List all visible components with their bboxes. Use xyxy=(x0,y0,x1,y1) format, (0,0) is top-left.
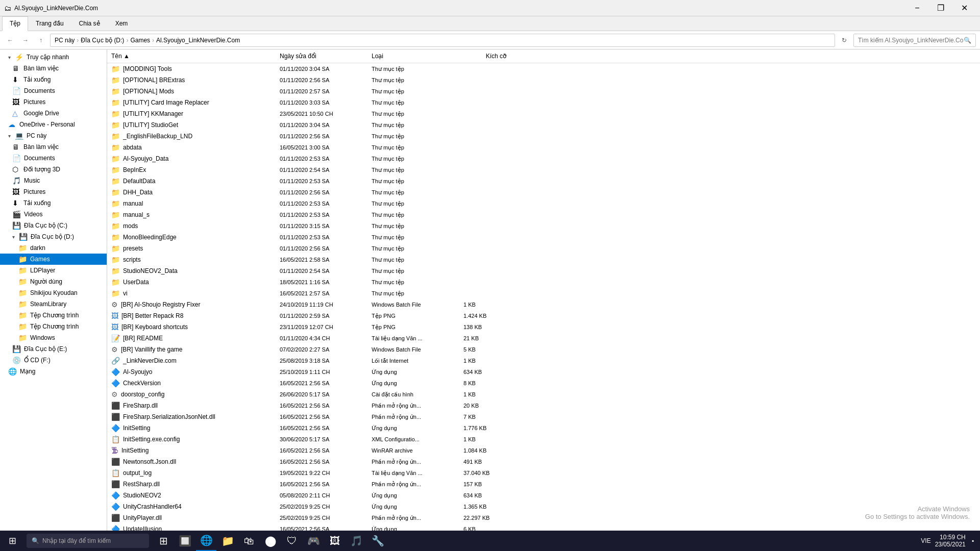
taskbar-apps2[interactable]: 🔲 xyxy=(175,531,195,551)
sidebar-item-darkn[interactable]: 📁 darkn xyxy=(0,242,107,254)
table-row[interactable]: 📁 DHH_Data 01/11/2020 2:56 SA Thư mục tệ… xyxy=(107,187,980,198)
taskbar-security[interactable]: 🛡 xyxy=(282,531,302,551)
sidebar-item-desktop2[interactable]: 🖥 Bàn làm việc xyxy=(0,141,107,153)
sidebar-item-documents[interactable]: 📄 Documents xyxy=(0,85,107,96)
sidebar-item-documents2[interactable]: 📄 Documents xyxy=(0,153,107,164)
sidebar-item-videos[interactable]: 🎬 Videos xyxy=(0,209,107,220)
table-row[interactable]: 📁 UserData 18/05/2021 1:16 SA Thư mục tệ… xyxy=(107,277,980,288)
table-row[interactable]: 📁 [UTILITY] Card Image Replacer 01/11/20… xyxy=(107,97,980,108)
sidebar-item-windows[interactable]: 📁 Windows xyxy=(0,332,107,343)
table-row[interactable]: 📁 manual_s 01/11/2020 2:53 SA Thư mục tệ… xyxy=(107,209,980,220)
table-row[interactable]: 📁 MonoBleedingEdge 01/11/2020 2:53 SA Th… xyxy=(107,232,980,243)
table-row[interactable]: 🔷 CheckVersion 16/05/2021 2:56 SA Ứng dụ… xyxy=(107,378,980,389)
taskbar-explorer[interactable]: 📁 xyxy=(217,531,238,551)
tab-home[interactable]: Trang đầu xyxy=(28,16,71,31)
sidebar-item-pictures[interactable]: 🖼 Pictures xyxy=(0,96,107,108)
table-row[interactable]: 📁 [UTILITY] StudioGet 01/11/2020 3:04 SA… xyxy=(107,119,980,131)
header-size[interactable]: Kích cỡ xyxy=(459,51,510,62)
up-button[interactable]: ↑ xyxy=(35,34,47,46)
sidebar-item-pictures2[interactable]: 🖼 Pictures xyxy=(0,186,107,197)
sidebar-item-onedrive[interactable]: ☁ OneDrive - Personal xyxy=(0,119,107,130)
sidebar-item-network[interactable]: 🌐 Mạng xyxy=(0,366,107,377)
sidebar-item-games[interactable]: 📁 Games xyxy=(0,254,107,265)
table-row[interactable]: ⬛ FireSharp.dll 16/05/2021 2:56 SA Phần … xyxy=(107,400,980,411)
table-row[interactable]: 📁 StudioNEOV2_Data 01/11/2020 2:54 SA Th… xyxy=(107,265,980,277)
taskbar-store[interactable]: 🛍 xyxy=(239,531,259,551)
sidebar-item-drive-c[interactable]: 💾 Đĩa Cục bộ (C:) xyxy=(0,220,107,231)
sidebar-item-desktop[interactable]: 🖥 Bàn làm việc xyxy=(0,63,107,74)
taskbar-chrome[interactable]: ⬤ xyxy=(260,531,281,551)
taskbar-edge[interactable]: 🌐 xyxy=(196,531,216,551)
sidebar-item-downloads[interactable]: ⬇ Tải xuống xyxy=(0,74,107,85)
taskbar-photos[interactable]: 🖼 xyxy=(325,531,345,551)
sidebar-item-program-files2[interactable]: 📁 Tệp Chương trình xyxy=(0,321,107,332)
sidebar-item-google-drive[interactable]: △ Google Drive xyxy=(0,108,107,119)
show-desktop-button[interactable]: ▪ xyxy=(970,537,974,544)
sidebar-item-this-pc[interactable]: ▾ 💻 PC này xyxy=(0,130,107,141)
table-row[interactable]: ⬛ UnityPlayer.dll 25/02/2019 9:25 CH Phầ… xyxy=(107,512,980,523)
sidebar-item-steamlibrary[interactable]: 📁 SteamLibrary xyxy=(0,298,107,310)
sidebar-item-program-files[interactable]: 📁 Tệp Chương trình xyxy=(0,310,107,321)
table-row[interactable]: 🖼 [BR] Better Repack R8 01/11/2020 2:59 … xyxy=(107,310,980,321)
sidebar-item-drive-d[interactable]: ▾ 💾 Đĩa Cục bộ (D:) xyxy=(0,231,107,242)
header-type[interactable]: Loại xyxy=(368,51,459,62)
header-date[interactable]: Ngày sửa đổi xyxy=(276,51,368,62)
table-row[interactable]: 📁 mods 01/11/2020 3:15 SA Thư mục tệp xyxy=(107,220,980,232)
table-row[interactable]: 📁 vi 16/05/2021 2:57 SA Thư mục tệp xyxy=(107,288,980,299)
table-row[interactable]: ⚙ [BR] Vanillify the game 07/02/2020 2:2… xyxy=(107,344,980,355)
taskbar-view[interactable]: ⊞ xyxy=(153,531,174,551)
search-input[interactable] xyxy=(858,37,964,44)
sidebar-item-drive-f[interactable]: 💿 Ổ CD (F:) xyxy=(0,355,107,366)
close-button[interactable]: ✕ xyxy=(952,0,976,16)
taskbar-media[interactable]: 🎵 xyxy=(346,531,366,551)
sidebar-item-quick-access[interactable]: ▾ ⚡ Truy cập nhanh xyxy=(0,52,107,63)
table-row[interactable]: 📁 Al-Syoujyo_Data 01/11/2020 2:53 SA Thư… xyxy=(107,153,980,164)
tab-view[interactable]: Xem xyxy=(108,16,136,31)
table-row[interactable]: ⬛ RestSharp.dll 16/05/2021 2:56 SA Phần … xyxy=(107,479,980,490)
table-row[interactable]: 🔷 Al-Syoujyo 25/10/2019 1:11 CH Ứng dụng… xyxy=(107,366,980,378)
table-row[interactable]: 🔷 StudioNEOV2 05/08/2020 2:11 CH Ứng dụn… xyxy=(107,490,980,501)
table-row[interactable]: 🔗 _LinkNeverDie.com 25/08/2019 3:18 SA L… xyxy=(107,355,980,366)
back-button[interactable]: ← xyxy=(4,34,16,46)
table-row[interactable]: ⬛ Newtonsoft.Json.dll 16/05/2021 2:56 SA… xyxy=(107,456,980,467)
forward-button[interactable]: → xyxy=(19,34,32,46)
table-row[interactable]: 📁 [MODDING] Tools 01/11/2020 3:04 SA Thư… xyxy=(107,63,980,74)
sidebar-item-ldplayer[interactable]: 📁 LDPlayer xyxy=(0,265,107,276)
table-row[interactable]: ⚙ doorstop_config 26/06/2020 5:17 SA Cài… xyxy=(107,389,980,400)
sidebar-item-shikijou[interactable]: 📁 Shikijou Kyoudan xyxy=(0,287,107,298)
table-row[interactable]: 🔷 UnityCrashHandler64 25/02/2019 9:25 CH… xyxy=(107,501,980,512)
table-row[interactable]: 🗜 InitSetting 16/05/2021 2:56 SA WinRAR … xyxy=(107,445,980,456)
table-row[interactable]: 📁 presets 01/11/2020 2:56 SA Thư mục tệp xyxy=(107,243,980,254)
table-row[interactable]: 📝 [BR] README 01/11/2020 4:34 CH Tài liệ… xyxy=(107,333,980,344)
taskbar-search[interactable]: 🔍 Nhập tại đây để tìm kiếm xyxy=(27,534,149,548)
address-box[interactable]: PC này › Đĩa Cục bộ (D:) › Games › Al.Sy… xyxy=(50,34,835,47)
table-row[interactable]: 📁 _EnglishFileBackup_LND 01/11/2020 2:56… xyxy=(107,131,980,142)
tab-file[interactable]: Tệp xyxy=(2,16,28,31)
table-row[interactable]: 🔷 InitSetting 16/05/2021 2:56 SA Ứng dụn… xyxy=(107,422,980,434)
table-row[interactable]: 📋 output_log 19/05/2021 9:22 CH Tài liệu… xyxy=(107,467,980,479)
table-row[interactable]: 📁 manual 01/11/2020 2:53 SA Thư mục tệp xyxy=(107,198,980,209)
header-name[interactable]: Tên ▲ xyxy=(107,51,276,62)
table-row[interactable]: 📋 InitSetting.exe.config 30/06/2020 5:17… xyxy=(107,434,980,445)
table-row[interactable]: ⬛ FireSharp.SerializationJsonNet.dll 16/… xyxy=(107,411,980,422)
table-row[interactable]: ⚙ [BR] Al-Shoujo Registry Fixer 24/10/20… xyxy=(107,299,980,310)
taskbar-items3[interactable]: 🎮 xyxy=(303,531,324,551)
maximize-button[interactable]: ❐ xyxy=(929,0,952,16)
table-row[interactable]: 📁 abdata 16/05/2021 3:00 SA Thư mục tệp xyxy=(107,142,980,153)
table-row[interactable]: 🖼 [BR] Keyboard shortcuts 23/11/2019 12:… xyxy=(107,321,980,333)
sidebar-item-users[interactable]: 📁 Người dùng xyxy=(0,276,107,287)
sidebar-item-drive-e[interactable]: 💾 Đĩa Cục bộ (E:) xyxy=(0,343,107,355)
sidebar-item-music[interactable]: 🎵 Music xyxy=(0,175,107,186)
search-box[interactable]: 🔍 xyxy=(853,34,976,47)
sidebar-item-3d-objects[interactable]: ⬡ Đối tượng 3D xyxy=(0,164,107,175)
taskbar-tool[interactable]: 🔧 xyxy=(368,531,388,551)
minimize-button[interactable]: − xyxy=(905,0,929,16)
refresh-button[interactable]: ↻ xyxy=(838,34,850,46)
sidebar-item-downloads2[interactable]: ⬇ Tải xuống xyxy=(0,197,107,209)
table-row[interactable]: 📁 DefaultData 01/11/2020 2:53 SA Thư mục… xyxy=(107,176,980,187)
start-button[interactable]: ⊞ xyxy=(0,531,24,551)
table-row[interactable]: 📁 [UTILITY] KKManager 23/05/2021 10:50 C… xyxy=(107,108,980,119)
table-row[interactable]: 📁 [OPTIONAL] BRExtras 01/11/2020 2:56 SA… xyxy=(107,74,980,86)
table-row[interactable]: 📁 [OPTIONAL] Mods 01/11/2020 2:57 SA Thư… xyxy=(107,86,980,97)
tab-share[interactable]: Chia sẻ xyxy=(71,16,108,31)
